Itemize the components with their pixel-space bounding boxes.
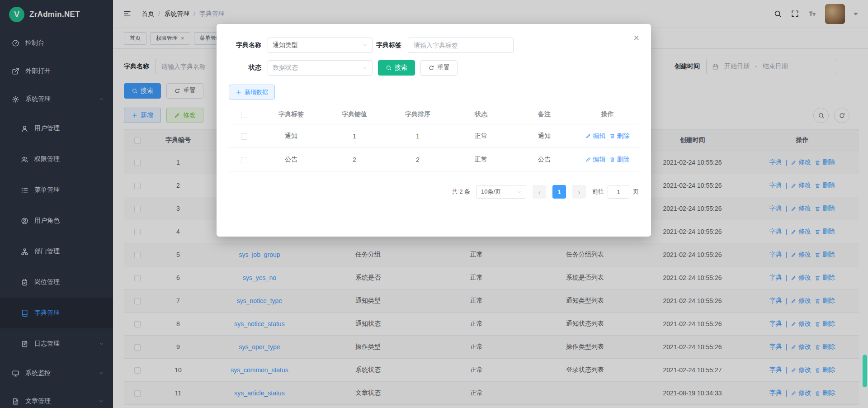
page-1-button[interactable]: 1	[552, 185, 566, 199]
modal-table-header: 字典标签 字典键值 字典排序 状态 备注 操作	[229, 105, 639, 124]
search-icon	[386, 65, 392, 71]
chevron-down-icon	[362, 43, 368, 48]
col-dict-sort: 字典排序	[386, 110, 449, 119]
edit-icon	[585, 133, 591, 139]
status-label: 状态	[229, 64, 261, 72]
delete-link[interactable]: 删除	[609, 156, 630, 164]
dict-label-cell: 通知	[259, 132, 323, 140]
edit-link[interactable]: 编辑	[585, 132, 606, 140]
page-size-select[interactable]: 10条/页	[476, 185, 526, 199]
page-unit-label: 页	[633, 188, 639, 196]
dict-label-input-wrap	[408, 38, 514, 53]
modal-table-row[interactable]: 通知 1 1 正常 通知 编辑 删除	[229, 124, 639, 148]
page-size-value: 10条/页	[481, 188, 501, 196]
goto-page-input[interactable]	[608, 185, 629, 199]
delete-link[interactable]: 删除	[609, 132, 630, 140]
row-checkbox[interactable]	[241, 157, 247, 163]
dict-name-select[interactable]: 通知类型	[268, 38, 373, 53]
total-count: 共 2 条	[452, 188, 470, 196]
prev-page-button[interactable]: ‹	[533, 185, 546, 199]
selected-value: 通知类型	[273, 41, 298, 49]
trash-icon	[609, 133, 615, 139]
dict-value-cell: 2	[323, 156, 386, 163]
status-select[interactable]: 数据状态	[268, 60, 373, 76]
edit-link[interactable]: 编辑	[585, 156, 606, 164]
dict-sort-cell: 1	[386, 133, 449, 140]
col-actions: 操作	[576, 110, 639, 119]
dict-label-cell: 公告	[259, 156, 323, 164]
dict-value-cell: 1	[323, 133, 386, 140]
modal-filter-row-2: 状态 数据状态 搜索 重置	[229, 60, 639, 76]
col-remark: 备注	[513, 110, 576, 119]
dict-label-label: 字典标签	[376, 41, 401, 49]
modal-table-row[interactable]: 公告 2 2 正常 公告 编辑 删除	[229, 148, 639, 171]
app-root: V ZrAdmin.NET 控制台 外部打开 系统管理 用户管理	[0, 0, 868, 408]
remark-cell: 通知	[513, 132, 576, 140]
goto-label: 前往	[592, 188, 604, 196]
col-status: 状态	[449, 110, 513, 119]
goto-page: 前往 页	[592, 185, 639, 199]
trash-icon	[609, 157, 615, 162]
select-placeholder: 数据状态	[273, 64, 298, 72]
add-dict-data-button[interactable]: 新增数据	[229, 85, 275, 100]
modal-reset-button[interactable]: 重置	[420, 60, 458, 76]
refresh-icon	[428, 65, 434, 71]
status-cell: 正常	[449, 132, 513, 140]
modal-search-button[interactable]: 搜索	[378, 60, 415, 76]
chevron-down-icon	[517, 190, 522, 195]
modal-filter-row-1: 字典名称 通知类型 字典标签	[229, 38, 639, 53]
dict-label-input[interactable]	[414, 42, 508, 49]
next-page-button[interactable]: ›	[572, 185, 586, 199]
col-dict-value: 字典键值	[323, 110, 386, 119]
close-icon[interactable]: ×	[633, 33, 639, 43]
row-checkbox[interactable]	[241, 133, 247, 140]
row-actions: 编辑 删除	[576, 156, 639, 164]
remark-cell: 公告	[513, 156, 576, 164]
dict-sort-cell: 2	[386, 156, 449, 163]
dict-data-dialog: × 字典名称 通知类型 字典标签 状态 数据状态 搜索	[217, 24, 651, 237]
row-actions: 编辑 删除	[576, 132, 639, 140]
status-cell: 正常	[449, 156, 513, 164]
scrollbar-thumb[interactable]	[863, 355, 867, 387]
chevron-down-icon	[362, 65, 368, 71]
col-dict-label: 字典标签	[259, 110, 323, 119]
select-all-checkbox[interactable]	[241, 112, 247, 118]
pagination: 共 2 条 10条/页 ‹ 1 › 前往 页	[229, 185, 639, 199]
dict-name-label: 字典名称	[229, 41, 261, 49]
edit-icon	[585, 157, 591, 162]
plus-icon	[236, 89, 242, 95]
